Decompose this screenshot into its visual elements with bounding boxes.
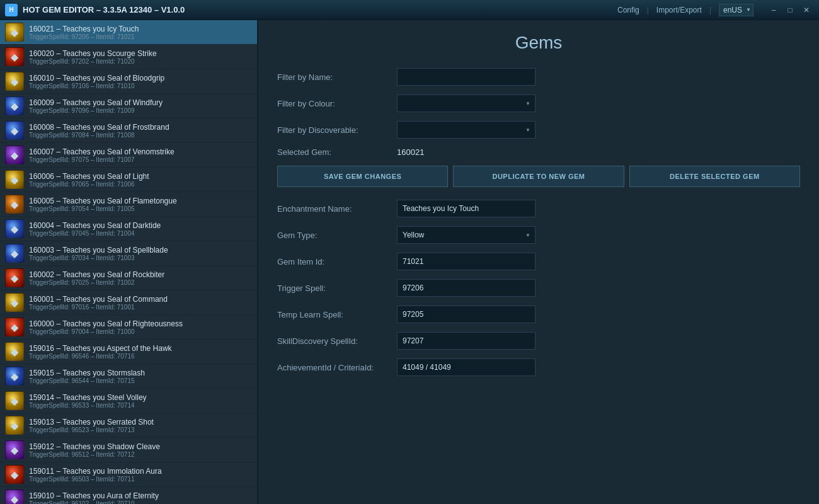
gem-icon: ◆ [5, 23, 24, 42]
filter-name-row: Filter by Name: [277, 68, 800, 86]
list-item[interactable]: ◆160000 – Teaches you Seal of Righteousn… [0, 315, 257, 340]
enchantment-name-row: Enchantment Name: [277, 200, 800, 217]
enchantment-name-label: Enchantment Name: [277, 204, 397, 214]
gem-icon: ◆ [5, 490, 24, 504]
gem-name: 160004 – Teaches you Seal of Darktide [29, 221, 161, 230]
list-item[interactable]: ◆160020 – Teaches you Scourge StrikeTrig… [0, 45, 257, 69]
gem-icon: ◆ [5, 219, 24, 238]
gem-item-id-input[interactable] [397, 253, 536, 270]
skill-discovery-label: SkillDiscovery SpellId: [277, 336, 397, 346]
save-button[interactable]: SAVE GEM CHANGES [277, 166, 448, 187]
gem-icon: ◆ [5, 342, 24, 361]
gem-name: 159015 – Teaches you Stormslash [29, 369, 145, 377]
gem-name: 160000 – Teaches you Seal of Righteousne… [29, 319, 183, 328]
list-item[interactable]: ◆159014 – Teaches you Steel VolleyTrigge… [0, 389, 257, 413]
gem-info: 160005 – Teaches you Seal of Flametongue… [29, 197, 177, 212]
gem-info: 160003 – Teaches you Seal of SpellbladeT… [29, 246, 168, 261]
gem-name: 160021 – Teaches you Icy Touch [29, 25, 139, 33]
skill-discovery-row: SkillDiscovery SpellId: [277, 332, 800, 350]
filter-name-label: Filter by Name: [277, 72, 397, 82]
main-layout: ◆160021 – Teaches you Icy TouchTriggerSp… [0, 20, 819, 504]
gem-info: 160008 – Teaches you Seal of FrostbrandT… [29, 123, 169, 139]
gem-list[interactable]: ◆160021 – Teaches you Icy TouchTriggerSp… [0, 20, 257, 504]
temp-learn-spell-input[interactable] [397, 306, 536, 323]
import-export-link[interactable]: Import/Export [656, 6, 702, 14]
list-item[interactable]: ◆160021 – Teaches you Icy TouchTriggerSp… [0, 20, 257, 45]
gem-info: 160010 – Teaches you Seal of BloodgripTr… [29, 74, 164, 89]
gem-icon: ◆ [5, 318, 24, 336]
list-item[interactable]: ◆160004 – Teaches you Seal of DarktideTr… [0, 217, 257, 241]
gem-icon: ◆ [5, 440, 24, 459]
gem-info: 159013 – Teaches you Serrated ShotTrigge… [29, 418, 154, 433]
maximize-button[interactable]: □ [782, 3, 798, 18]
duplicate-button[interactable]: DUPLICATE TO NEW GEM [453, 166, 624, 187]
gem-sub: TriggerSpellId: 97206 – ItemId: 71021 [29, 33, 139, 40]
filter-colour-select[interactable]: Yellow Red Blue Purple Orange Green Meta [397, 94, 536, 112]
gem-name: 160002 – Teaches you Seal of Rockbiter [29, 270, 164, 279]
gem-icon: ◆ [5, 268, 24, 287]
gem-icon: ◆ [5, 96, 24, 115]
list-item[interactable]: ◆160005 – Teaches you Seal of Flametongu… [0, 192, 257, 217]
list-item[interactable]: ◆160009 – Teaches you Seal of WindfuryTr… [0, 94, 257, 118]
nav-separator: | [647, 6, 649, 14]
delete-button[interactable]: DELETE SELECTED GEM [629, 166, 800, 187]
gem-sub: TriggerSpellId: 96533 – ItemId: 70714 [29, 402, 147, 409]
filter-discoverable-select[interactable]: Yes No [397, 121, 536, 139]
filter-discoverable-label: Filter by Discoverable: [277, 125, 397, 135]
list-item[interactable]: ◆160008 – Teaches you Seal of Frostbrand… [0, 118, 257, 143]
config-link[interactable]: Config [617, 6, 639, 14]
gem-sub: TriggerSpellId: 97106 – ItemId: 71010 [29, 83, 164, 89]
achievement-input[interactable] [397, 358, 536, 376]
list-item[interactable]: ◆159013 – Teaches you Serrated ShotTrigg… [0, 413, 257, 438]
gem-sub: TriggerSpellId: 96546 – ItemId: 70716 [29, 353, 172, 360]
list-item[interactable]: ◆160001 – Teaches you Seal of CommandTri… [0, 290, 257, 315]
window-controls: – □ ✕ [766, 3, 814, 18]
close-button[interactable]: ✕ [799, 3, 814, 18]
gem-name: 160020 – Teaches you Scourge Strike [29, 49, 157, 58]
list-item[interactable]: ◆159010 – Teaches you Aura of EternityTr… [0, 487, 257, 504]
minimize-button[interactable]: – [766, 3, 781, 18]
action-buttons-row: SAVE GEM CHANGES DUPLICATE TO NEW GEM DE… [277, 166, 800, 187]
list-item[interactable]: ◆159015 – Teaches you StormslashTriggerS… [0, 364, 257, 389]
list-item[interactable]: ◆160002 – Teaches you Seal of RockbiterT… [0, 266, 257, 290]
page-title: Gems [277, 33, 800, 53]
gem-icon: ◆ [5, 293, 24, 312]
gem-item-id-label: Gem Item Id: [277, 257, 397, 266]
gem-icon: ◆ [5, 465, 24, 484]
gem-info: 159014 – Teaches you Steel VolleyTrigger… [29, 393, 147, 409]
trigger-spell-input[interactable] [397, 279, 536, 297]
enchantment-name-input[interactable] [397, 200, 536, 217]
gem-name: 159011 – Teaches you Immolation Aura [29, 467, 162, 476]
locale-wrapper: enUS ▼ [719, 4, 753, 16]
list-item[interactable]: ◆159012 – Teaches you Shadow CleaveTrigg… [0, 438, 257, 462]
gem-name: 160010 – Teaches you Seal of Bloodgrip [29, 74, 164, 83]
gem-list-panel: ◆160021 – Teaches you Icy TouchTriggerSp… [0, 20, 258, 504]
selected-gem-value: 160021 [397, 147, 424, 157]
list-item[interactable]: ◆160007 – Teaches you Seal of Venomstrik… [0, 143, 257, 168]
list-item[interactable]: ◆160003 – Teaches you Seal of Spellblade… [0, 241, 257, 266]
gem-info: 160001 – Teaches you Seal of CommandTrig… [29, 295, 168, 311]
nav-separator2: | [709, 6, 711, 14]
gem-sub: TriggerSpellId: 97034 – ItemId: 71003 [29, 255, 168, 261]
trigger-spell-row: Trigger Spell: [277, 279, 800, 297]
gem-type-select[interactable]: Yellow Red Blue Purple Orange Green Meta [397, 226, 536, 244]
gem-name: 160001 – Teaches you Seal of Command [29, 295, 168, 304]
gem-name: 159010 – Teaches you Aura of Eternity [29, 491, 159, 500]
gem-type-row: Gem Type: Yellow Red Blue Purple Orange … [277, 226, 800, 244]
gem-sub: TriggerSpellId: 97045 – ItemId: 71004 [29, 230, 161, 237]
filter-name-input[interactable] [397, 68, 536, 86]
trigger-spell-label: Trigger Spell: [277, 284, 397, 293]
temp-learn-spell-row: Temp Learn Spell: [277, 306, 800, 323]
gem-info: 159012 – Teaches you Shadow CleaveTrigge… [29, 442, 160, 458]
list-item[interactable]: ◆160010 – Teaches you Seal of BloodgripT… [0, 69, 257, 94]
skill-discovery-input[interactable] [397, 332, 536, 350]
app-title: HOT GEM EDITOR – 3.3.5A 12340 – V1.0.0 [23, 5, 617, 14]
list-item[interactable]: ◆160006 – Teaches you Seal of LightTrigg… [0, 168, 257, 192]
temp-learn-spell-label: Temp Learn Spell: [277, 310, 397, 319]
filter-discoverable-wrapper: Yes No [397, 121, 536, 139]
gem-sub: TriggerSpellId: 97054 – ItemId: 71005 [29, 205, 177, 212]
gem-item-id-row: Gem Item Id: [277, 253, 800, 270]
list-item[interactable]: ◆159011 – Teaches you Immolation AuraTri… [0, 462, 257, 487]
list-item[interactable]: ◆159016 – Teaches you Aspect of the Hawk… [0, 340, 257, 364]
locale-select[interactable]: enUS [719, 4, 753, 16]
